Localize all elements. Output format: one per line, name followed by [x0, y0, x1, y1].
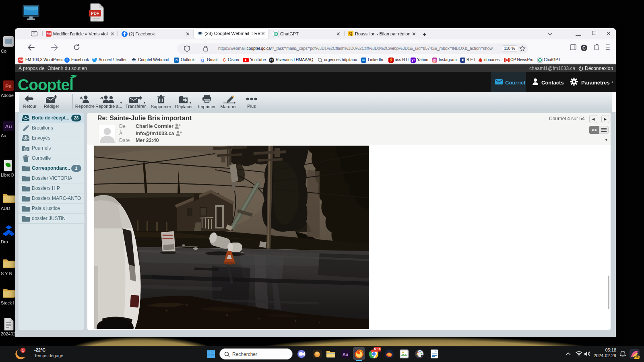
- svg-text:PRE: PRE: [634, 356, 640, 358]
- svg-text:Ps: Ps: [5, 83, 12, 89]
- svg-text:1: 1: [22, 348, 24, 352]
- svg-text:Au: Au: [5, 123, 12, 130]
- svg-text:Au: Au: [343, 352, 349, 357]
- svg-text:PDF: PDF: [91, 11, 99, 16]
